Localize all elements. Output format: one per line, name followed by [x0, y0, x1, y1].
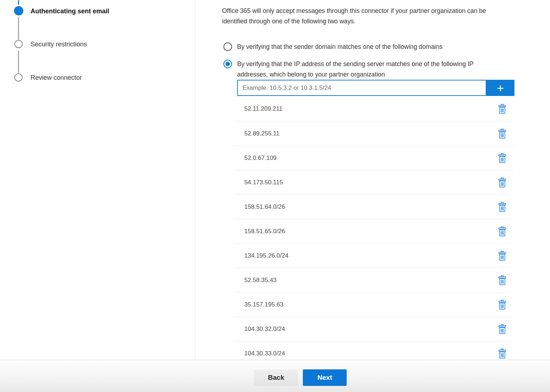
- step-connector-top: [18, 0, 19, 5]
- trash-icon: [498, 324, 506, 334]
- delete-ip-button[interactable]: [498, 152, 507, 164]
- delete-ip-button[interactable]: [498, 275, 507, 286]
- delete-ip-button[interactable]: [498, 177, 507, 188]
- delete-ip-button[interactable]: [498, 250, 507, 262]
- step-connector: [18, 17, 19, 40]
- ip-row: 104.30.33.0/24: [235, 341, 514, 360]
- trash-icon: [498, 129, 506, 139]
- trash-icon: [498, 349, 506, 359]
- ip-address-value: 52.11.209.211: [244, 105, 282, 112]
- ip-row: 104.30.32.0/24: [235, 317, 514, 341]
- radio-verify-sender-domain[interactable]: [223, 42, 232, 51]
- ip-row: 52.58.35.43: [235, 268, 514, 292]
- ip-row: 52.89.255.11: [235, 121, 514, 146]
- ip-row: 52.0.67.109: [235, 146, 514, 170]
- plus-icon: +: [497, 81, 504, 95]
- ip-row: 35.157.195.63: [235, 292, 514, 317]
- next-button[interactable]: Next: [303, 369, 347, 386]
- ip-address-value: 52.89.255.11: [244, 130, 279, 137]
- step-upcoming-circle: [14, 73, 23, 82]
- ip-row: 54.173.50.115: [235, 170, 514, 194]
- trash-icon: [498, 153, 506, 163]
- back-button[interactable]: Back: [254, 369, 298, 386]
- trash-icon: [498, 300, 506, 310]
- step-connector: [18, 51, 19, 73]
- trash-icon: [498, 251, 506, 261]
- connector-wizard-screen: Authenticating sent email Security restr…: [0, 0, 550, 392]
- ip-row: 158.51.65.0/26: [235, 219, 514, 243]
- trash-icon: [498, 202, 506, 212]
- delete-ip-button[interactable]: [498, 299, 507, 310]
- step-authenticating-sent-email: Authenticating sent email: [31, 7, 109, 15]
- ip-address-value: 104.30.33.0/24: [244, 350, 285, 357]
- wizard-steps-sidebar: Authenticating sent email Security restr…: [0, 0, 196, 360]
- radio-selected-dot: [226, 62, 230, 66]
- ip-entry-bar: +: [237, 80, 514, 96]
- step-upcoming-circle: [14, 40, 23, 48]
- delete-ip-button[interactable]: [498, 103, 507, 115]
- ip-address-value: 158.51.64.0/26: [244, 203, 285, 211]
- delete-ip-button[interactable]: [498, 226, 507, 237]
- ip-row: 158.51.64.0/26: [235, 194, 514, 219]
- step-security-restrictions: Security restrictions: [31, 40, 87, 49]
- trash-icon: [498, 226, 506, 236]
- delete-ip-button[interactable]: [498, 348, 507, 359]
- step-review-connector: Review connector: [31, 73, 82, 82]
- ip-address-value: 134.195.26.0/24: [244, 252, 288, 259]
- step-current-dot: [14, 6, 23, 15]
- delete-ip-button[interactable]: [498, 323, 507, 335]
- trash-icon: [498, 104, 506, 114]
- authenticating-sent-email-panel: Office 365 will only accept messages thr…: [196, 0, 550, 360]
- radio-verify-ip-address[interactable]: [223, 60, 232, 68]
- trash-icon: [498, 177, 506, 188]
- delete-ip-button[interactable]: [498, 201, 507, 213]
- ip-row: 134.195.26.0/24: [235, 243, 514, 268]
- trash-icon: [498, 275, 506, 285]
- ip-address-value: 35.157.195.63: [244, 301, 283, 308]
- radio-verify-ip-address-label[interactable]: By verifying that the IP address of the …: [237, 59, 535, 80]
- ip-address-value: 52.58.35.43: [244, 277, 277, 284]
- delete-ip-button[interactable]: [498, 128, 507, 139]
- ip-address-value: 158.51.65.0/26: [244, 228, 285, 235]
- ip-address-input[interactable]: [237, 80, 486, 96]
- ip-address-value: 52.0.67.109: [244, 155, 277, 162]
- intro-text: Office 365 will only accept messages thr…: [222, 6, 550, 27]
- radio-verify-sender-domain-label[interactable]: By verifying that the sender domain matc…: [237, 42, 443, 52]
- ip-address-value: 54.173.50.115: [244, 179, 283, 186]
- ip-address-value: 104.30.32.0/24: [244, 326, 285, 333]
- wizard-footer: Back Next: [0, 360, 550, 392]
- ip-row: 52.11.209.211: [235, 97, 514, 121]
- ip-address-list: 52.11.209.211 52.89.255.11 52.: [235, 97, 514, 360]
- add-ip-button[interactable]: +: [486, 80, 514, 96]
